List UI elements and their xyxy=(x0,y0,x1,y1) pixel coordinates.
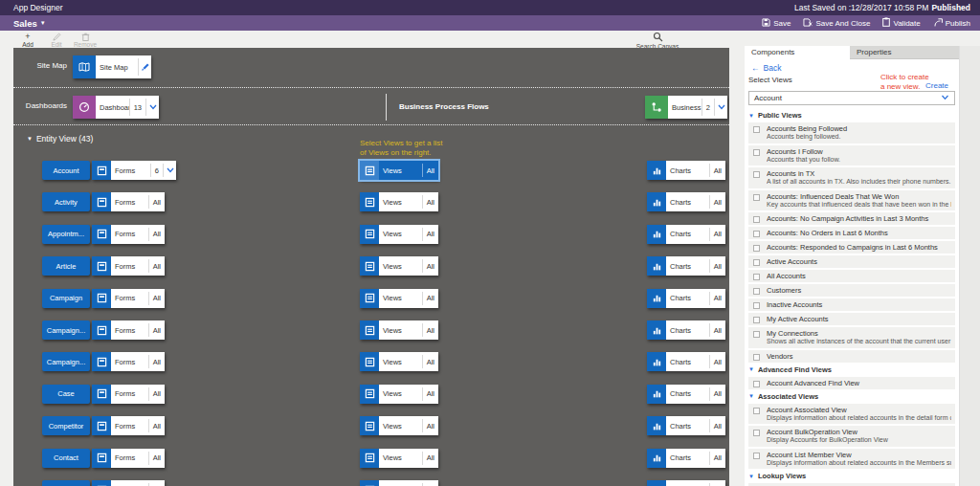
view-list-item[interactable]: Customers xyxy=(748,284,955,297)
charts-tile[interactable]: ChartsAll xyxy=(647,480,725,486)
view-list-item[interactable]: Accounts: No Campaign Activities in Last… xyxy=(748,212,955,225)
view-checkbox[interactable] xyxy=(753,354,760,361)
tab-components[interactable]: Components xyxy=(745,46,850,59)
bpf-tile[interactable]: Business P... 2 xyxy=(645,96,727,119)
view-section-header[interactable]: ▼Advanced Find Views xyxy=(748,365,955,374)
publish-button[interactable]: Publish xyxy=(933,18,970,29)
view-list-item[interactable]: Accounts Being FollowedAccounts being fo… xyxy=(748,122,955,144)
views-tile[interactable]: ViewsAll xyxy=(360,480,438,486)
forms-tile[interactable]: FormsAll xyxy=(92,480,165,486)
back-link[interactable]: ← Back xyxy=(751,63,781,73)
save-and-close-button[interactable]: Save And Close xyxy=(803,18,870,29)
charts-tile[interactable]: ChartsAll xyxy=(647,416,725,435)
charts-tile[interactable]: ChartsAll xyxy=(647,385,725,404)
entity-button-contact[interactable]: Contact xyxy=(42,449,90,468)
view-list-item[interactable]: Vendors xyxy=(748,350,955,363)
view-list-item[interactable]: My Active Accounts xyxy=(748,313,955,325)
edit-pencil-icon[interactable] xyxy=(139,55,151,78)
view-checkbox[interactable] xyxy=(753,259,760,266)
view-checkbox[interactable] xyxy=(753,126,760,133)
charts-tile[interactable]: ChartsAll xyxy=(647,161,725,180)
entity-button-account[interactable]: Account xyxy=(42,161,90,180)
sitemap-tile[interactable]: Site Map xyxy=(73,55,151,78)
view-list-item[interactable]: Account List Member ViewDisplays informa… xyxy=(748,449,955,470)
forms-tile[interactable]: FormsAll xyxy=(92,225,165,244)
view-list-item[interactable]: Account BulkOperation ViewDisplay Accoun… xyxy=(748,426,955,447)
entity-button-case[interactable]: Case xyxy=(42,385,90,404)
view-list-item[interactable]: Accounts: Responded to Campaigns in Last… xyxy=(748,241,955,254)
entity-button-campaign[interactable]: Campaign... xyxy=(42,352,90,371)
view-list-item[interactable]: My ConnectionsShows all active instances… xyxy=(748,327,955,348)
chevron-down-icon[interactable] xyxy=(146,96,159,119)
panel-scrollbar-gutter[interactable] xyxy=(959,46,980,486)
add-button[interactable]: + Add xyxy=(13,33,42,48)
views-tile[interactable]: ViewsAll xyxy=(360,352,438,371)
validate-button[interactable]: Validate xyxy=(882,17,920,29)
views-tile[interactable]: ViewsAll xyxy=(360,385,438,404)
view-checkbox[interactable] xyxy=(753,331,760,338)
view-list-item[interactable]: Account Associated ViewDisplays informat… xyxy=(748,404,955,425)
views-tile[interactable]: ViewsAll xyxy=(360,416,438,435)
views-tile[interactable]: ViewsAll xyxy=(360,320,438,340)
forms-tile[interactable]: FormsAll xyxy=(92,289,165,308)
charts-tile[interactable]: ChartsAll xyxy=(647,289,725,308)
entity-dropdown[interactable]: Account xyxy=(748,91,955,105)
charts-tile[interactable]: ChartsAll xyxy=(647,256,725,276)
entity-button-partial[interactable] xyxy=(42,480,90,486)
views-tile[interactable]: ViewsAll xyxy=(360,225,438,244)
charts-tile[interactable]: ChartsAll xyxy=(647,225,725,244)
views-tile[interactable]: ViewsAll xyxy=(360,161,438,180)
forms-tile[interactable]: FormsAll xyxy=(92,352,165,371)
dashboards-tile[interactable]: Dashboards 13 xyxy=(73,96,159,119)
charts-tile[interactable]: ChartsAll xyxy=(647,192,725,211)
view-checkbox[interactable] xyxy=(753,317,760,323)
view-checkbox[interactable] xyxy=(753,194,760,201)
forms-tile[interactable]: FormsAll xyxy=(92,449,165,468)
views-tile[interactable]: ViewsAll xyxy=(360,256,438,276)
chevron-down-icon[interactable] xyxy=(164,161,176,180)
view-checkbox[interactable] xyxy=(753,274,760,280)
entity-button-activity[interactable]: Activity xyxy=(42,192,90,211)
tab-properties[interactable]: Properties xyxy=(850,46,959,59)
forms-tile[interactable]: FormsAll xyxy=(92,320,165,340)
charts-tile[interactable]: ChartsAll xyxy=(647,449,725,468)
view-checkbox[interactable] xyxy=(753,302,760,309)
charts-tile[interactable]: ChartsAll xyxy=(647,320,725,340)
view-list-item[interactable]: Inactive Accounts xyxy=(748,298,955,311)
remove-button[interactable]: Remove xyxy=(71,33,100,48)
forms-tile[interactable]: FormsAll xyxy=(92,385,165,404)
view-list-item[interactable]: Active Accounts xyxy=(748,255,955,268)
view-checkbox[interactable] xyxy=(753,171,760,178)
views-tile[interactable]: ViewsAll xyxy=(360,192,438,211)
view-checkbox[interactable] xyxy=(753,430,760,436)
view-checkbox[interactable] xyxy=(753,453,760,459)
chevron-down-icon[interactable] xyxy=(715,96,727,119)
entity-view-header[interactable]: ▼ Entity View (43) xyxy=(27,134,93,144)
edit-button[interactable]: Edit xyxy=(42,33,71,48)
entity-button-competitor[interactable]: Competitor xyxy=(42,416,90,435)
view-section-header[interactable]: ▼Associated Views xyxy=(748,392,955,401)
view-list-item[interactable]: Accounts: No Orders in Last 6 Months xyxy=(748,227,955,239)
entity-button-campaign[interactable]: Campaign xyxy=(42,289,90,308)
views-tile[interactable]: ViewsAll xyxy=(360,449,438,468)
view-list-item[interactable]: Accounts I FollowAccounts that you follo… xyxy=(748,145,955,166)
charts-tile[interactable]: ChartsAll xyxy=(647,352,725,371)
app-name[interactable]: Sales xyxy=(13,18,37,29)
view-checkbox[interactable] xyxy=(753,381,760,387)
view-list-item[interactable]: All Accounts xyxy=(748,270,955,282)
entity-button-campaign[interactable]: Campaign... xyxy=(42,320,90,340)
entity-button-article[interactable]: Article xyxy=(42,256,90,276)
view-section-header[interactable]: ▼Public Views xyxy=(748,111,955,120)
view-list-item[interactable]: Accounts: Influenced Deals That We WonKe… xyxy=(748,190,955,211)
view-checkbox[interactable] xyxy=(753,288,760,295)
entity-button-appointm[interactable]: Appointm... xyxy=(42,225,90,244)
forms-tile[interactable]: FormsAll xyxy=(92,256,165,276)
save-button[interactable]: Save xyxy=(762,18,791,29)
view-list-item[interactable]: Account Advanced Find View xyxy=(748,377,955,389)
forms-tile[interactable]: Forms6 xyxy=(92,161,176,180)
view-checkbox[interactable] xyxy=(753,408,760,414)
forms-tile[interactable]: FormsAll xyxy=(92,416,165,435)
view-section-header[interactable]: ▼Lookup Views xyxy=(748,472,955,480)
view-list-item[interactable]: Accounts in TXA list of all accounts in … xyxy=(748,167,955,188)
views-tile[interactable]: ViewsAll xyxy=(360,289,438,308)
